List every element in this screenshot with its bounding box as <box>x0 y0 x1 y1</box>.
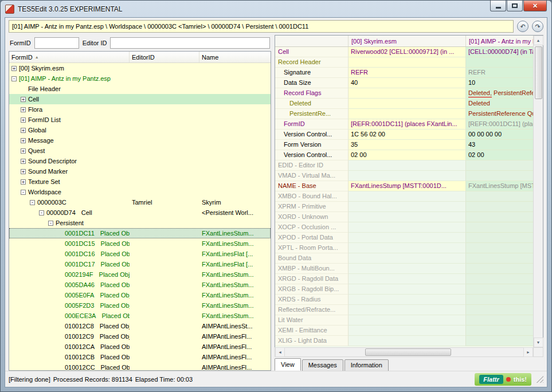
detail-row[interactable]: VMAD - Virtual Ma... <box>275 171 533 181</box>
horizontal-scrollbar[interactable]: ◄ ► <box>275 347 534 357</box>
detail-row[interactable]: SignatureREFRREFR <box>275 68 533 78</box>
tree-row[interactable]: 0001DC16Placed ObjectFXantLinesFlat [... <box>9 249 271 259</box>
expand-icon[interactable]: + <box>21 117 26 123</box>
detail-value-plugin[interactable] <box>466 202 533 212</box>
detail-value-plugin[interactable]: FXantLinesStump [MST... <box>466 181 533 191</box>
detail-row[interactable]: XRGB - Ragdoll Bip... <box>275 284 533 295</box>
tree-row[interactable]: 0001DC17Placed ObjectFXantLinesFlat [... <box>9 259 271 269</box>
detail-value-plugin[interactable] <box>466 305 533 315</box>
tree-row[interactable]: -0000003CTamrielSkyrim <box>9 197 271 207</box>
horizontal-scroll-thumb[interactable] <box>365 348 451 356</box>
detail-value-master[interactable]: 1C 56 02 00 <box>349 130 466 140</box>
breadcrumb[interactable] <box>9 20 514 33</box>
detail-value-master[interactable] <box>349 88 466 99</box>
detail-row[interactable]: XORD - Unknown <box>275 212 533 222</box>
detail-value-plugin[interactable] <box>466 274 533 284</box>
detail-value-master[interactable] <box>349 191 466 202</box>
detail-value-plugin[interactable]: Deleted <box>466 99 533 109</box>
detail-row[interactable]: Form Version3543 <box>275 140 533 150</box>
tree-row[interactable]: +Global <box>9 125 271 135</box>
detail-row[interactable]: Record Header <box>275 57 533 68</box>
detail-value-master[interactable] <box>349 243 466 253</box>
tree-row[interactable]: +Message <box>9 135 271 146</box>
detail-row[interactable]: XPRM - Primitive <box>275 202 533 212</box>
tab-information[interactable]: Information <box>344 359 389 371</box>
detail-row[interactable]: XRGD - Ragdoll Data <box>275 274 533 284</box>
tree-row[interactable]: File Header <box>9 84 271 94</box>
flattr-button[interactable]: Flattr <box>479 375 503 384</box>
grid-column-label[interactable] <box>275 36 349 46</box>
detail-value-master[interactable] <box>349 315 466 326</box>
detail-row[interactable]: FormID[REFR:0001DC11] (places FXantLin..… <box>275 119 533 130</box>
detail-value-plugin[interactable] <box>466 295 533 305</box>
detail-value-plugin[interactable]: 00 00 00 00 <box>466 130 533 140</box>
detail-value-master[interactable]: 02 00 <box>349 150 466 160</box>
tree-row[interactable]: 0001DC11Placed ObjectFXantLinesStum... <box>9 228 271 238</box>
detail-row[interactable]: Record FlagsDeleted, PersistentRefer... <box>275 88 533 99</box>
expand-icon[interactable]: + <box>21 138 26 143</box>
grid-column-plugin-file[interactable]: [01] AIMP - Antz in my Par... <box>466 36 533 46</box>
detail-value-master[interactable]: [REFR:0001DC11] (places FXantLin... <box>349 119 466 130</box>
vertical-scroll-thumb[interactable] <box>535 46 542 99</box>
tree-row[interactable]: 0005F2D3Placed ObjectFXantLinesStum... <box>9 300 271 311</box>
expand-icon[interactable]: + <box>11 66 17 71</box>
detail-row[interactable]: XMBP - MultiBoun... <box>275 264 533 274</box>
detail-row[interactable]: CellRiverwood02 [CELL:00009712] (in ...[… <box>275 47 533 57</box>
detail-value-master[interactable]: 35 <box>349 140 466 150</box>
detail-row[interactable]: EDID - Editor ID <box>275 160 533 171</box>
tree-row[interactable]: -Worldspace <box>9 187 271 197</box>
detail-value-plugin[interactable]: 10 <box>466 78 533 88</box>
detail-value-master[interactable] <box>349 253 466 264</box>
detail-value-plugin[interactable] <box>466 191 533 202</box>
tree-row[interactable]: 010012CCPlaced ObjectAIMPAntLinesFl... <box>9 362 271 370</box>
detail-row[interactable]: Data Size4010 <box>275 78 533 88</box>
tree-row[interactable]: +[00] Skyrim.esm <box>9 63 271 73</box>
detail-row[interactable]: Bound Data <box>275 253 533 264</box>
detail-value-plugin[interactable]: 43 <box>466 140 533 150</box>
scroll-down-button[interactable]: ▼ <box>534 338 543 347</box>
tree-row[interactable]: 010012C8Placed ObjectAIMPAntLinesSt... <box>9 321 271 331</box>
back-button[interactable]: ↶ <box>517 21 528 32</box>
tree-row[interactable]: +Sound Marker <box>9 166 271 177</box>
detail-row[interactable]: Reflected/Refracte... <box>275 305 533 315</box>
titlebar[interactable]: TES5Edit 3.0.25 EXPERIMENTAL ✕ <box>1 1 551 17</box>
detail-value-master[interactable] <box>349 160 466 171</box>
detail-value-plugin[interactable] <box>466 57 533 68</box>
detail-value-plugin[interactable] <box>466 326 533 336</box>
tree-row[interactable]: +Cell <box>9 94 271 104</box>
detail-value-plugin[interactable]: [CELL:00000D74] (in Ta... <box>466 47 533 57</box>
detail-row[interactable]: XOCP - Occlusion ... <box>275 222 533 233</box>
tree-row[interactable]: 010012CBPlaced ObjectAIMPAntLinesFl... <box>9 352 271 362</box>
detail-value-master[interactable]: REFR <box>349 68 466 78</box>
expand-icon[interactable]: + <box>21 148 26 154</box>
vertical-scrollbar[interactable]: ▲ ▼ <box>533 36 543 347</box>
minimize-button[interactable] <box>490 1 506 11</box>
detail-value-master[interactable] <box>349 109 466 119</box>
expand-icon[interactable]: + <box>21 159 26 164</box>
detail-value-plugin[interactable] <box>466 233 533 243</box>
collapse-icon[interactable]: - <box>30 200 35 205</box>
column-header-name[interactable]: Name <box>199 52 271 62</box>
detail-value-plugin[interactable] <box>466 253 533 264</box>
tree-row[interactable]: 010012CAPlaced ObjectAIMPAntLinesFl... <box>9 342 271 352</box>
detail-value-master[interactable] <box>349 171 466 181</box>
detail-row[interactable]: XEMI - Emittance <box>275 326 533 336</box>
tree-row[interactable]: 0005DA46Placed ObjectFXantLinesStum... <box>9 280 271 290</box>
detail-value-master[interactable] <box>349 57 466 68</box>
formid-input[interactable] <box>34 37 79 49</box>
detail-row[interactable]: DeletedDeleted <box>275 99 533 109</box>
detail-value-master[interactable] <box>349 336 466 346</box>
detail-value-master[interactable] <box>349 274 466 284</box>
detail-value-master[interactable] <box>349 99 466 109</box>
detail-row[interactable]: XPTL - Room Porta... <box>275 243 533 253</box>
scroll-up-button[interactable]: ▲ <box>534 36 543 45</box>
collapse-icon[interactable]: - <box>21 190 26 195</box>
detail-value-plugin[interactable]: PersistentReference Qu... <box>466 109 533 119</box>
detail-value-master[interactable] <box>349 212 466 222</box>
detail-value-master[interactable] <box>349 202 466 212</box>
column-header-formid[interactable]: FormID ▲ <box>9 52 130 62</box>
detail-value-plugin[interactable] <box>466 336 533 346</box>
detail-value-plugin[interactable] <box>466 284 533 295</box>
detail-value-master[interactable] <box>349 264 466 274</box>
forward-button[interactable]: ↷ <box>532 21 543 32</box>
